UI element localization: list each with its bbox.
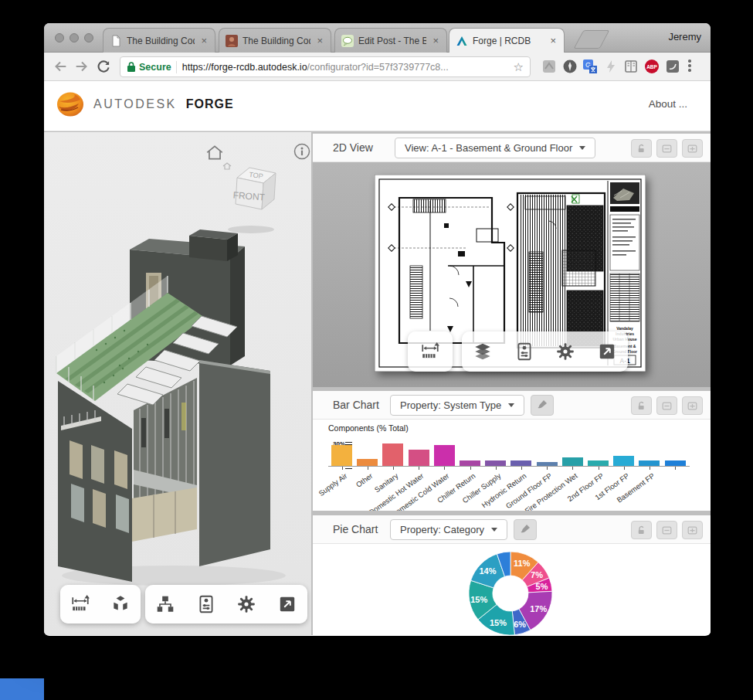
tab-edit-post[interactable]: Edit Post - The Buil × [334, 28, 447, 53]
view-cube[interactable]: TOP FRONT [219, 161, 285, 236]
chrome-menu-icon[interactable] [687, 58, 693, 73]
secure-lock-icon [127, 61, 136, 73]
secure-label: Secure [139, 62, 171, 73]
panel-collapse-button[interactable] [656, 396, 677, 415]
translate-icon[interactable]: G [582, 59, 598, 74]
notebook-icon[interactable] [623, 59, 639, 74]
browser-profile-name[interactable]: Jeremy [668, 31, 701, 42]
forge-brand: AUTODESKFORGE [55, 89, 234, 120]
plan-toolbar-group-2 [462, 331, 628, 372]
explode-model-icon[interactable] [110, 594, 131, 614]
tab-title: Edit Post - The Buil [358, 36, 426, 46]
chevron-down-icon [508, 403, 514, 407]
bar-chart-bar[interactable] [613, 456, 634, 466]
close-tab-icon[interactable]: × [199, 35, 209, 46]
property-dropdown[interactable]: Property: System Type [390, 395, 524, 416]
extension-icon-2[interactable] [562, 59, 578, 74]
tab-building-coder-2[interactable]: The Building Coder: × [219, 28, 331, 53]
chevron-down-icon [579, 146, 585, 150]
panel-2d-view-header: 2D View View: A-1 - Basement & Ground Fl… [313, 134, 711, 162]
pie-segment-label: 14% [479, 566, 496, 576]
reload-icon[interactable] [95, 58, 112, 75]
tab-forge-rcdb[interactable]: Forge | RCDB × [449, 28, 565, 53]
sheet-canvas[interactable]: VandalayIndustriesUrban House Basement &… [313, 162, 711, 387]
minimize-window-button[interactable] [70, 33, 79, 42]
panel-2d-view: 2D View View: A-1 - Basement & Ground Fl… [313, 134, 711, 387]
home-view-icon[interactable] [205, 143, 225, 163]
panel-expand-button[interactable] [682, 139, 703, 158]
close-tab-icon[interactable]: × [315, 35, 324, 46]
fullscreen-icon[interactable] [277, 594, 297, 614]
bar-chart-bar[interactable] [665, 460, 686, 466]
page-header: AUTODESKFORGE About ... [44, 81, 711, 131]
forward-icon[interactable] [73, 58, 90, 75]
viewer-3d[interactable]: TOP FRONT [44, 132, 313, 635]
x-tick [393, 467, 394, 470]
layers-icon[interactable] [473, 342, 493, 362]
settings-icon[interactable] [236, 594, 256, 614]
blank-page-icon [110, 35, 122, 47]
avatar-favicon [226, 35, 238, 47]
url-separator [176, 61, 177, 73]
building-model[interactable] [50, 226, 311, 596]
close-tab-icon[interactable]: × [548, 35, 558, 46]
measure-icon[interactable] [420, 342, 440, 362]
theme-brush-button[interactable] [514, 519, 537, 540]
new-tab-button[interactable] [574, 30, 610, 49]
close-window-button[interactable] [55, 33, 64, 42]
bar-chart-bar[interactable] [382, 443, 403, 466]
extension-icon-3[interactable] [603, 59, 619, 74]
bar-chart-bar[interactable] [562, 457, 583, 466]
zoom-window-button[interactable] [84, 33, 93, 42]
bar-chart-bar[interactable] [510, 460, 531, 466]
bar-chart-bar[interactable] [434, 445, 455, 466]
x-tick [599, 467, 599, 470]
bar-chart-bar[interactable] [485, 460, 506, 466]
about-link[interactable]: About ... [649, 98, 687, 110]
bar-chart-bar[interactable] [357, 459, 378, 466]
properties-icon[interactable] [514, 342, 534, 362]
tab-building-coder-1[interactable]: The Building Coder × [103, 28, 215, 53]
panel-expand-button[interactable] [682, 396, 703, 415]
adblock-icon[interactable]: ABP [644, 59, 660, 74]
address-bar[interactable]: Secure https://forge-rcdb.autodesk.io/co… [120, 56, 531, 77]
panel-collapse-button[interactable] [656, 139, 677, 158]
pie-segment-label: 17% [530, 604, 547, 613]
properties-icon[interactable] [196, 594, 216, 614]
panel-unlock-button[interactable] [631, 521, 652, 539]
view-dropdown[interactable]: View: A-1 - Basement & Ground Floor [395, 138, 595, 158]
panel-unlock-button[interactable] [631, 139, 652, 158]
theme-brush-button[interactable] [531, 395, 554, 416]
bar-chart-axis-title: Components (% Total) [328, 423, 409, 433]
back-icon[interactable] [52, 58, 69, 75]
panel-collapse-button[interactable] [656, 521, 677, 539]
panel-unlock-button[interactable] [631, 396, 652, 415]
bar-chart-bar[interactable] [460, 460, 480, 466]
viewcube-home-icon [223, 163, 231, 169]
viewer-toolbar-group-2 [145, 585, 307, 624]
close-tab-icon[interactable]: × [431, 35, 440, 46]
bar-chart-canvas[interactable]: Components (% Total) 30%25%20%15%10%5%0%… [313, 420, 711, 511]
bar-chart-bar[interactable] [409, 450, 429, 466]
bar-chart-bar[interactable] [639, 460, 660, 466]
model-tree-icon[interactable] [155, 594, 175, 614]
panel-title: Bar Chart [333, 399, 390, 411]
bookmark-star-icon[interactable]: ☆ [514, 60, 524, 74]
property-dropdown[interactable]: Property: Category [390, 519, 507, 540]
extension-icon-4[interactable] [665, 59, 680, 74]
pie-chart-canvas[interactable]: 11%7%5%17%6%15%15%14% [313, 544, 711, 635]
settings-icon[interactable] [555, 342, 575, 362]
bar-chart-bar[interactable] [537, 462, 558, 466]
viewer-toolbar-group-1 [60, 585, 141, 624]
info-icon[interactable] [293, 142, 311, 161]
bar-chart-bar[interactable] [331, 445, 352, 466]
measure-icon[interactable] [70, 594, 90, 614]
screenshot-icon[interactable] [597, 342, 617, 362]
extension-icon-1[interactable] [541, 59, 557, 74]
bar-chart-bar[interactable] [588, 460, 609, 466]
panel-expand-button[interactable] [682, 521, 703, 539]
pie-segment-label: 15% [470, 595, 487, 604]
bar-chart-baseline [328, 466, 690, 467]
pie-segment-label: 7% [531, 570, 543, 579]
typepad-favicon [341, 35, 354, 47]
